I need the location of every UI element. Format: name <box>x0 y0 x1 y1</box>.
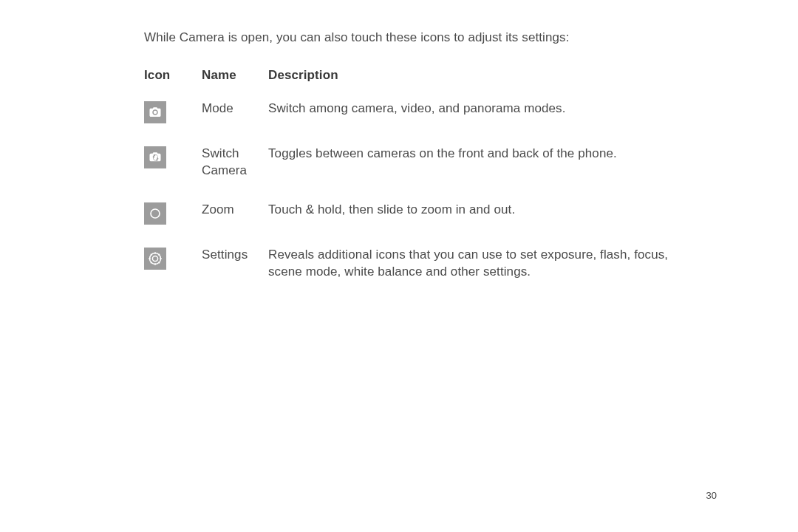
cell-description: Reveals additional icons that you can us… <box>268 247 717 303</box>
table-row: Settings Reveals additional icons that y… <box>144 247 717 303</box>
zoom-icon <box>144 202 166 225</box>
header-icon: Icon <box>144 67 202 100</box>
page-number: 30 <box>706 489 717 502</box>
table-row: Mode Switch among camera, video, and pan… <box>144 100 717 146</box>
cell-name: Zoom <box>202 202 268 247</box>
switch-camera-icon <box>144 146 166 168</box>
cell-name: Mode <box>202 100 268 146</box>
svg-point-1 <box>151 209 160 218</box>
cell-description: Switch among camera, video, and panorama… <box>268 100 717 146</box>
cell-icon <box>144 202 202 247</box>
table-header-row: Icon Name Description <box>144 67 717 100</box>
cell-description: Touch & hold, then slide to zoom in and … <box>268 202 717 247</box>
intro-text: While Camera is open, you can also touch… <box>144 30 717 47</box>
table-row: Switch Camera Toggles between cameras on… <box>144 146 717 202</box>
document-page: While Camera is open, you can also touch… <box>0 0 798 532</box>
svg-point-0 <box>154 111 157 115</box>
header-description: Description <box>268 67 717 100</box>
cell-description: Toggles between cameras on the front and… <box>268 146 717 202</box>
cell-name: Settings <box>202 247 268 303</box>
cell-icon <box>144 100 202 146</box>
cell-icon <box>144 247 202 303</box>
svg-point-3 <box>152 256 157 261</box>
cell-name: Switch Camera <box>202 146 268 202</box>
table-row: Zoom Touch & hold, then slide to zoom in… <box>144 202 717 247</box>
cell-icon <box>144 146 202 202</box>
header-name: Name <box>202 67 268 100</box>
icon-settings-table: Icon Name Description Mode Switch among … <box>144 67 717 303</box>
settings-icon <box>144 248 166 270</box>
camera-icon <box>144 101 166 123</box>
